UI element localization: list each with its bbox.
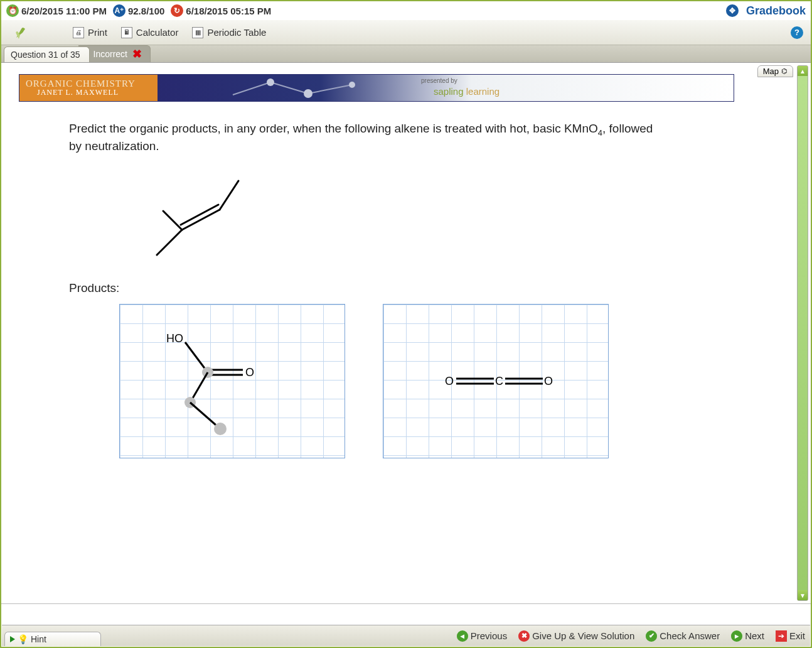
svg-point-3 bbox=[267, 78, 274, 86]
print-button[interactable]: 🖨 Print bbox=[73, 27, 107, 38]
svg-line-7 bbox=[163, 211, 182, 230]
previous-button[interactable]: ◄ Previous bbox=[457, 630, 507, 642]
svg-point-5 bbox=[349, 82, 355, 88]
lightbulb-icon: 💡 bbox=[18, 634, 28, 644]
products-label: Products: bbox=[69, 281, 793, 295]
cancel-icon: ✖ bbox=[518, 630, 530, 642]
grade-value: 92.8/100 bbox=[128, 6, 164, 16]
clock-icon: ⏰ bbox=[6, 4, 19, 17]
periodic-table-icon: ▦ bbox=[192, 27, 203, 38]
toolbar: 🖨 Print 🖩 Calculator ▦ Periodic Table ? bbox=[1, 20, 811, 45]
content-pane: Map ⌬ ORGANIC CHEMISTRY JANET L. MAXWELL… bbox=[1, 63, 811, 604]
print-label: Print bbox=[88, 27, 107, 38]
hint-button[interactable]: 💡 Hint bbox=[4, 632, 101, 646]
last-attempt: 6/18/2015 05:15 PM bbox=[186, 6, 271, 16]
printer-icon: 🖨 bbox=[73, 27, 84, 38]
give-up-button[interactable]: ✖ Give Up & View Solution bbox=[518, 630, 634, 642]
periodic-table-button[interactable]: ▦ Periodic Table bbox=[192, 27, 266, 38]
course-author: JANET L. MAXWELL bbox=[37, 88, 136, 97]
question-text: Predict the organic products, in any ord… bbox=[69, 121, 659, 154]
calculator-icon: 🖩 bbox=[121, 27, 132, 38]
question-tab[interactable]: Question 31 of 35 bbox=[4, 46, 90, 62]
play-icon bbox=[10, 636, 15, 642]
svg-point-4 bbox=[304, 89, 313, 98]
check-label: Check Answer bbox=[660, 630, 720, 641]
molecule-decoration-icon bbox=[227, 76, 402, 101]
sitemap-icon: ⌬ bbox=[781, 67, 788, 75]
label-c: C bbox=[495, 375, 503, 387]
give-up-label: Give Up & View Solution bbox=[532, 630, 634, 641]
exit-button[interactable]: ➔ Exit bbox=[776, 630, 805, 642]
move-icon[interactable]: ✥ bbox=[726, 4, 739, 17]
gradebook-link[interactable]: Gradebook bbox=[746, 4, 806, 18]
question-tab-row: Question 31 of 35 Incorrect ✖ bbox=[1, 45, 811, 63]
map-button[interactable]: Map ⌬ bbox=[757, 65, 793, 77]
label-o-left: O bbox=[445, 375, 454, 387]
label-o-right: O bbox=[544, 375, 553, 387]
previous-label: Previous bbox=[471, 630, 507, 641]
calculator-button[interactable]: 🖩 Calculator bbox=[121, 27, 179, 38]
arrow-right-icon: ► bbox=[731, 630, 742, 642]
calculator-label: Calculator bbox=[136, 27, 179, 38]
question-status-label: Incorrect bbox=[93, 49, 127, 59]
due-date: 6/20/2015 11:00 PM bbox=[21, 6, 107, 16]
product-drawing-area-1[interactable]: HO O bbox=[119, 304, 345, 458]
svg-line-2 bbox=[308, 85, 352, 94]
label-o: O bbox=[245, 366, 254, 379]
question-tab-label: Question 31 of 35 bbox=[11, 50, 80, 60]
map-label: Map bbox=[763, 67, 779, 76]
svg-line-0 bbox=[233, 82, 270, 95]
incorrect-x-icon: ✖ bbox=[131, 48, 142, 60]
bottom-bar: 💡 Hint ◄ Previous ✖ Give Up & View Solut… bbox=[2, 625, 810, 646]
reactant-structure bbox=[144, 173, 793, 264]
svg-line-9 bbox=[181, 205, 218, 225]
next-label: Next bbox=[745, 630, 764, 641]
status-bar: ⏰ 6/20/2015 11:00 PM A⁺ 92.8/100 ↻ 6/18/… bbox=[1, 1, 811, 20]
sapling-leaf-icon bbox=[14, 25, 29, 40]
svg-line-8 bbox=[182, 210, 220, 230]
svg-point-18 bbox=[214, 423, 227, 435]
help-icon[interactable]: ? bbox=[791, 26, 803, 39]
svg-line-6 bbox=[157, 230, 182, 255]
product-drawing-area-2[interactable]: O C O bbox=[383, 304, 609, 458]
svg-line-1 bbox=[270, 82, 308, 94]
scroll-up-button[interactable]: ▲ bbox=[798, 66, 808, 76]
svg-line-11 bbox=[185, 342, 208, 372]
arrow-left-icon: ◄ bbox=[457, 630, 468, 642]
scroll-down-button[interactable]: ▼ bbox=[798, 590, 808, 600]
label-ho: HO bbox=[166, 332, 183, 345]
check-answer-button[interactable]: ✔ Check Answer bbox=[646, 630, 720, 642]
attempt-icon: ↻ bbox=[171, 4, 183, 17]
check-icon: ✔ bbox=[646, 630, 657, 642]
hint-label: Hint bbox=[31, 634, 46, 644]
exit-icon: ➔ bbox=[776, 630, 787, 642]
scroll-track[interactable] bbox=[798, 76, 808, 590]
next-button[interactable]: ► Next bbox=[731, 630, 764, 642]
brand-label: sapling learning bbox=[434, 86, 499, 97]
svg-line-10 bbox=[220, 181, 238, 210]
periodic-table-label: Periodic Table bbox=[207, 27, 266, 38]
grade-icon: A⁺ bbox=[113, 4, 126, 17]
vertical-scrollbar[interactable]: ▲ ▼ bbox=[797, 65, 808, 601]
exit-label: Exit bbox=[789, 630, 805, 641]
course-banner: ORGANIC CHEMISTRY JANET L. MAXWELL prese… bbox=[19, 74, 734, 102]
presented-by-label: presented by bbox=[421, 77, 457, 84]
